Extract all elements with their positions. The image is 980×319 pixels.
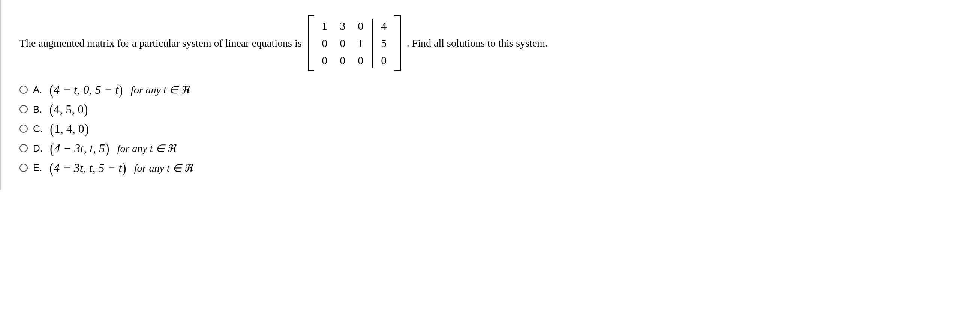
question-tail: . Find all solutions to this system. xyxy=(407,37,548,49)
option-tuple: ( 4 − 3t, t, 5 − t ) xyxy=(49,161,127,175)
option-tuple: ( 4 − t, 0, 5 − t ) xyxy=(49,83,123,97)
option-tuple: ( 4, 5, 0 ) xyxy=(49,102,89,116)
radio-icon[interactable] xyxy=(19,86,28,94)
option-label: B. xyxy=(33,104,42,115)
radio-icon[interactable] xyxy=(19,105,28,113)
radio-icon[interactable] xyxy=(19,124,28,133)
options-list: A. ( 4 − t, 0, 5 − t ) for any t ∈ ℜ B. … xyxy=(19,83,965,175)
radio-icon[interactable] xyxy=(19,164,28,172)
option-suffix: for any t ∈ ℜ xyxy=(134,162,193,174)
option-c[interactable]: C. ( 1, 4, 0 ) xyxy=(19,121,965,136)
option-tuple: ( 4 − 3t, t, 5 ) xyxy=(49,141,110,155)
option-tuple: ( 1, 4, 0 ) xyxy=(49,121,89,136)
option-suffix: for any t ∈ ℜ xyxy=(131,84,189,96)
option-label: C. xyxy=(33,123,43,135)
option-b[interactable]: B. ( 4, 5, 0 ) xyxy=(19,102,965,116)
option-label: D. xyxy=(33,143,43,154)
augment-bar xyxy=(372,19,373,67)
option-a[interactable]: A. ( 4 − t, 0, 5 − t ) for any t ∈ ℜ xyxy=(19,83,965,97)
option-label: A. xyxy=(33,84,42,96)
matrix-left: 1 3 0 0 0 1 0 0 0 xyxy=(316,17,370,69)
option-suffix: for any t ∈ ℜ xyxy=(117,142,176,155)
option-d[interactable]: D. ( 4 − 3t, t, 5 ) for any t ∈ ℜ xyxy=(19,141,965,155)
option-e[interactable]: E. ( 4 − 3t, t, 5 − t ) for any t ∈ ℜ xyxy=(19,161,965,175)
question-text: The augmented matrix for a particular sy… xyxy=(19,15,965,71)
option-label: E. xyxy=(33,162,42,174)
question-lead: The augmented matrix for a particular sy… xyxy=(19,37,302,49)
augmented-matrix: 1 3 0 0 0 1 0 0 0 4 5 0 xyxy=(308,15,401,71)
radio-icon[interactable] xyxy=(19,144,28,152)
matrix-right: 4 5 0 xyxy=(375,17,393,69)
